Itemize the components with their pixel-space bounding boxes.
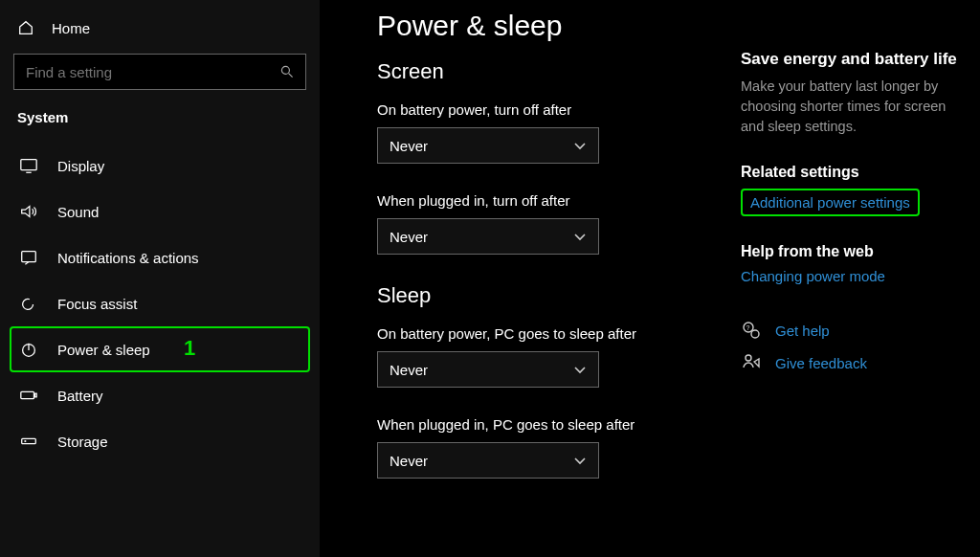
select-value: Never [390, 362, 428, 378]
sidebar-item-label: Notifications & actions [57, 250, 199, 266]
sleep-battery-select[interactable]: Never [377, 351, 599, 388]
chevron-down-icon [573, 363, 587, 376]
select-value: Never [390, 453, 428, 469]
sidebar-item-label: Sound [57, 204, 99, 220]
focus-assist-icon [19, 294, 38, 313]
chevron-down-icon [573, 230, 587, 243]
sidebar-item-label: Focus assist [57, 296, 137, 312]
sleep-plugged-select[interactable]: Never [377, 442, 599, 479]
sidebar-item-label: Display [57, 158, 104, 174]
support-block: ? Get help Give feedback [741, 320, 970, 373]
sleep-plugged-field: When plugged in, PC goes to sleep after … [377, 416, 722, 479]
chevron-down-icon [573, 139, 587, 152]
select-value: Never [390, 229, 428, 245]
settings-window: Home System Display [0, 0, 980, 557]
right-column: Save energy and battery life Make your b… [741, 10, 970, 557]
search-input[interactable] [13, 54, 306, 90]
sound-icon [19, 202, 38, 221]
sidebar-item-label: Battery [57, 388, 103, 404]
sleep-heading: Sleep [377, 283, 722, 308]
home-nav[interactable]: Home [10, 10, 310, 52]
sidebar-item-display[interactable]: Display [10, 143, 310, 189]
give-feedback-row[interactable]: Give feedback [741, 352, 970, 373]
get-help-icon: ? [741, 320, 762, 341]
svg-point-0 [281, 66, 289, 74]
related-block: Related settings Additional power settin… [741, 164, 970, 216]
svg-rect-2 [22, 252, 36, 262]
additional-power-settings-link[interactable]: Additional power settings [741, 189, 920, 216]
energy-body: Make your battery last longer by choosin… [741, 77, 970, 137]
svg-point-9 [751, 330, 759, 338]
notifications-icon [19, 248, 38, 267]
svg-rect-5 [34, 393, 36, 397]
page-title: Power & sleep [377, 10, 722, 42]
energy-heading: Save energy and battery life [741, 50, 970, 69]
select-value: Never [390, 138, 428, 154]
field-label: On battery power, turn off after [377, 101, 722, 118]
sidebar-item-notifications[interactable]: Notifications & actions [10, 234, 310, 280]
system-heading: System [10, 109, 310, 143]
search-icon [279, 64, 295, 79]
display-icon [19, 156, 38, 175]
sidebar-item-storage[interactable]: Storage [10, 418, 310, 464]
svg-rect-1 [21, 160, 36, 170]
screen-heading: Screen [377, 59, 722, 84]
center-column: Power & sleep Screen On battery power, t… [377, 10, 722, 557]
sidebar-item-focus-assist[interactable]: Focus assist [10, 280, 310, 326]
web-help-block: Help from the web Changing power mode [741, 243, 970, 285]
sidebar-item-power-sleep[interactable]: Power & sleep [10, 326, 310, 372]
power-icon [19, 340, 38, 359]
sidebar-item-label: Storage [57, 434, 108, 450]
get-help-link: Get help [775, 323, 830, 339]
sidebar: Home System Display [0, 0, 320, 557]
storage-icon [19, 432, 38, 451]
battery-icon [19, 386, 38, 405]
sleep-battery-field: On battery power, PC goes to sleep after… [377, 325, 722, 388]
home-label: Home [52, 20, 90, 36]
svg-point-7 [25, 441, 26, 442]
chevron-down-icon [573, 454, 587, 467]
svg-rect-4 [21, 391, 34, 398]
screen-battery-field: On battery power, turn off after Never [377, 101, 722, 164]
svg-text:?: ? [746, 324, 750, 331]
field-label: When plugged in, turn off after [377, 192, 722, 209]
changing-power-mode-link[interactable]: Changing power mode [741, 268, 885, 284]
sidebar-item-label: Power & sleep [57, 342, 150, 358]
svg-point-11 [746, 355, 751, 361]
screen-plugged-select[interactable]: Never [377, 218, 599, 255]
feedback-icon [741, 352, 762, 373]
related-heading: Related settings [741, 164, 970, 181]
callout-1: 1 [184, 336, 195, 361]
field-label: On battery power, PC goes to sleep after [377, 325, 722, 342]
main-content: Power & sleep Screen On battery power, t… [320, 0, 980, 557]
give-feedback-link: Give feedback [775, 355, 867, 371]
energy-block: Save energy and battery life Make your b… [741, 50, 970, 137]
get-help-row[interactable]: ? Get help [741, 320, 970, 341]
home-icon [17, 19, 34, 36]
web-help-heading: Help from the web [741, 243, 970, 260]
search-wrap [13, 54, 306, 90]
svg-rect-6 [22, 438, 36, 443]
screen-plugged-field: When plugged in, turn off after Never [377, 192, 722, 255]
sidebar-item-battery[interactable]: Battery [10, 372, 310, 418]
sidebar-item-sound[interactable]: Sound [10, 189, 310, 234]
field-label: When plugged in, PC goes to sleep after [377, 416, 722, 433]
screen-battery-select[interactable]: Never [377, 127, 599, 164]
